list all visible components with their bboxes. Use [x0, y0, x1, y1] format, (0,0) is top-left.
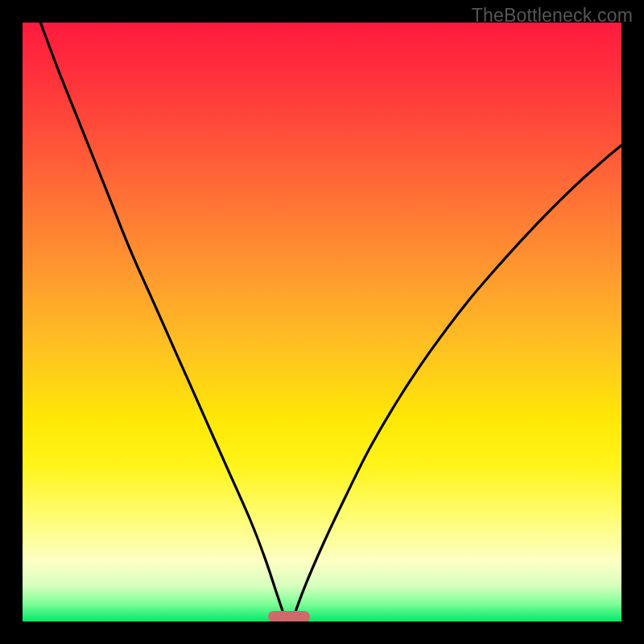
left-curve	[40, 23, 286, 621]
bottleneck-marker	[268, 611, 310, 621]
curves-svg	[23, 23, 621, 621]
chart-frame: TheBottleneck.com	[0, 0, 644, 644]
plot-area	[23, 23, 621, 621]
right-curve	[292, 146, 621, 622]
watermark-text: TheBottleneck.com	[472, 5, 633, 27]
